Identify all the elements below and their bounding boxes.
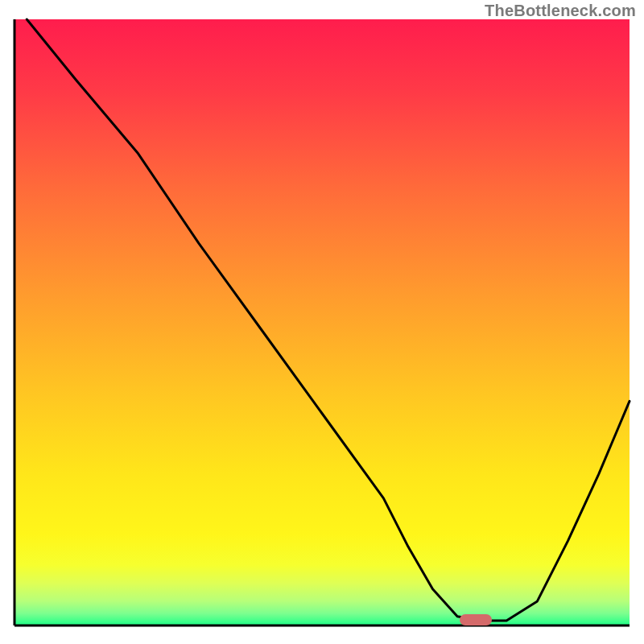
chart-container: TheBottleneck.com (0, 0, 644, 644)
optimum-marker (460, 614, 492, 625)
bottleneck-chart (0, 0, 644, 644)
watermark-text: TheBottleneck.com (485, 2, 636, 20)
plot-background (14, 19, 630, 625)
